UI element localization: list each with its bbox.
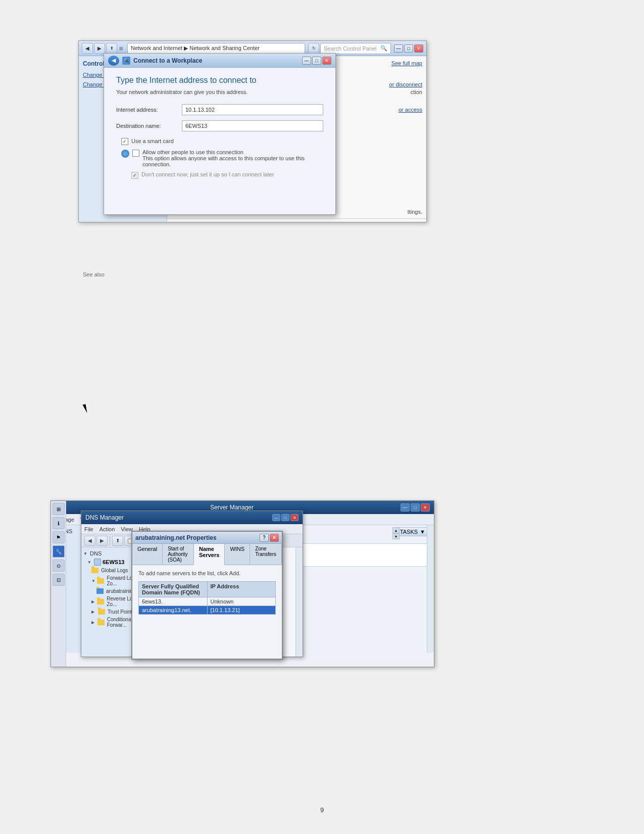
props-table-row-2[interactable]: arubatraining13.net. [10.1.13.21] [138,606,276,615]
destination-name-row: Destination name: [116,120,323,131]
trust-expand: ▶ [91,610,96,614]
scrollbar[interactable] [427,525,434,653]
row2-fqdn: arubatraining13.net. [139,606,208,614]
dns-scrollbar[interactable] [295,547,303,657]
smart-card-checkbox[interactable]: ✓ [121,138,128,145]
toolbar-sep [110,536,110,545]
dns-close[interactable]: ✕ [290,514,299,521]
vpn-desc: Your network administrator can give you … [116,89,323,95]
vpn-back-button[interactable]: ◀ [108,56,119,66]
connect-disconnect[interactable]: or disconnect [389,81,422,87]
dns-maximize[interactable]: □ [281,514,289,521]
maximize-button[interactable]: □ [404,44,413,53]
props-body: To add name servers to the list, click A… [132,565,282,620]
props-table-row-1[interactable]: 6ews13. Unknown [138,597,276,606]
sm-side-icon-2[interactable]: ℹ [53,517,65,529]
vpn-maximize[interactable]: □ [312,57,321,65]
folder-icon-conditional [97,620,105,625]
sm-side-icon-4[interactable]: 🔧 [53,545,65,558]
vpn-icon: 🔌 [122,57,130,65]
tab-zone-transfers[interactable]: Zone Transfers [250,544,282,565]
network-settings: ttings. [408,209,422,215]
connection-type: ction [411,89,422,95]
page-container: ◀ ▶ ⬆ ⊞ Network and Internet ▶ Network a… [0,0,644,834]
props-titlebar: arubatraining.net Properties ? ✕ [132,532,282,544]
close-button[interactable]: ✕ [414,44,423,53]
props-table-header: Server Fully Qualified Domain Name (FQDN… [138,581,276,597]
manage-access[interactable]: or access [399,107,422,113]
dns-forward[interactable]: ▶ [96,536,108,546]
dns-back[interactable]: ◀ [84,536,95,546]
back-button[interactable]: ◀ [82,43,93,54]
bottom-screenshot: ⚙ Server Manager — □ ✕ Manage File View … [51,500,434,667]
breadcrumb-text: Network and Internet ▶ Network and Shari… [131,45,260,52]
scroll-controls: ▲ ▼ [392,527,400,539]
up-button[interactable]: ⬆ [106,43,117,54]
reverse-expand: ▶ [91,599,95,604]
vpn-minimize[interactable]: — [302,57,311,65]
sm-side-icon-6[interactable]: ⊡ [53,574,65,586]
col-ip: IP Address [208,582,276,597]
dns-minimize[interactable]: — [272,514,280,521]
tab-name-servers[interactable]: Name Servers [194,544,225,565]
sm-maximize[interactable]: □ [411,503,420,512]
sm-minimize[interactable]: — [401,503,410,512]
refresh-button[interactable]: ↻ [308,43,319,54]
internet-address-input[interactable] [182,104,323,115]
sm-side-icon-1[interactable]: ⊞ [53,503,65,515]
tab-wins[interactable]: WINS [225,544,250,565]
destination-name-input[interactable] [182,120,323,131]
vpn-heading: Type the Internet address to connect to [116,76,323,85]
props-help-button[interactable]: ? [260,534,269,542]
row1-fqdn: 6ews13. [139,597,208,606]
sm-icon-panel: ⊞ ℹ ⚑ 🔧 ⊙ ⊡ [51,501,66,667]
folder-icon-global [91,568,98,573]
forward-button[interactable]: ▶ [94,43,105,54]
dont-connect-label: Don't connect now; just set it up so I c… [141,171,274,177]
tasks-button[interactable]: TASKS ▼ [395,527,430,536]
global-logs-label: Global Logs [101,568,128,573]
address-bar[interactable]: Network and Internet ▶ Network and Shari… [127,43,305,54]
allow-others-checkbox[interactable] [132,150,139,157]
conditional-expand: ▶ [91,620,96,625]
scroll-down[interactable]: ▼ [392,533,400,539]
tab-general[interactable]: General [132,544,163,565]
folder-icon-reverse [97,599,104,605]
dns-menu-action[interactable]: Action [100,526,115,532]
allow-others-line2: This option allows anyone with access to… [142,155,323,167]
sm-title-text: Server Manager [63,504,401,511]
col-fqdn: Server Fully Qualified Domain Name (FQDN… [139,582,208,597]
sm-side-icon-5[interactable]: ⊙ [53,560,65,572]
sm-close[interactable]: ✕ [421,503,430,512]
vpn-close[interactable]: ✕ [322,57,331,65]
sm-side-icon-3[interactable]: ⚑ [53,531,65,543]
window-controls: — □ ✕ [394,44,423,53]
tasks-label: TASKS [400,529,418,535]
server-icon [94,559,101,566]
dns-tree-expand: ▼ [83,551,88,556]
dns-tool1[interactable]: ⬆ [112,536,123,546]
allow-others-row: Allow other people to use this connectio… [121,149,323,167]
minimize-button[interactable]: — [394,44,403,53]
allow-others-line1: Allow other people to use this connectio… [142,149,323,155]
internet-address-row: Internet address: [116,104,323,115]
search-control-panel[interactable]: Search Control Panel 🔍 [320,43,391,54]
globe-icon [121,150,129,158]
dont-connect-checkbox[interactable]: ✓ [131,172,138,179]
divider [167,218,426,219]
scroll-up[interactable]: ▲ [392,527,400,533]
vpn-win-controls: — □ ✕ [302,57,331,65]
vpn-title-text: Connect to a Workplace [133,57,202,64]
trust-label: Trust Points [108,609,134,615]
folder-icon-trust [98,609,105,615]
folder-icon-aruba [96,588,104,594]
server-label: 6EWS13 [103,559,124,565]
tab-soa[interactable]: Start of Authority (SOA) [163,544,194,565]
see-full-map[interactable]: See full map [391,60,422,66]
dns-node-label: DNS [90,550,102,557]
dns-menu-file[interactable]: File [84,526,93,532]
top-screenshot: ◀ ▶ ⬆ ⊞ Network and Internet ▶ Network a… [78,40,427,222]
destination-name-label: Destination name: [116,123,182,129]
props-close-button[interactable]: ✕ [270,534,279,542]
allow-others-label: Allow other people to use this connectio… [142,149,323,167]
